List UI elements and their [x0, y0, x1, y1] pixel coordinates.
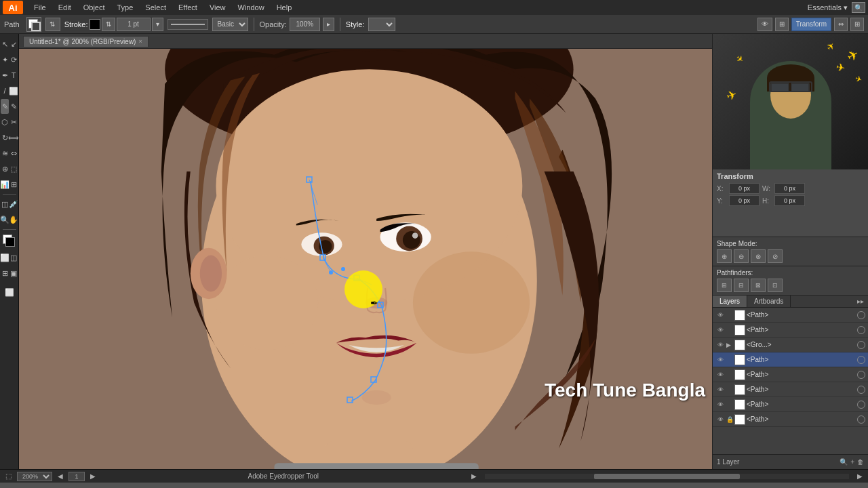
mesh-btn[interactable]: ⊞: [9, 177, 18, 192]
change-screen-btn[interactable]: ⬜: [1, 285, 18, 300]
outline-view-btn[interactable]: ◫: [9, 250, 18, 265]
menu-edit[interactable]: Edit: [53, 2, 77, 13]
hand-btn[interactable]: ✋: [9, 212, 18, 227]
paintbrush-btn[interactable]: ✎: [1, 99, 9, 114]
layers-tab-more-btn[interactable]: ▸▸: [853, 296, 868, 307]
magic-wand-btn[interactable]: ✦: [1, 52, 9, 67]
layer-target-circle[interactable]: [857, 371, 865, 379]
pathfinder-3-btn[interactable]: ⊠: [751, 279, 766, 292]
scroll-end-btn[interactable]: ▶: [857, 472, 863, 480]
search-icon-btn[interactable]: 🔍: [852, 2, 865, 13]
layer-item-locked[interactable]: 👁 🔒 <Path>: [713, 412, 868, 427]
width-btn[interactable]: ⇔: [9, 146, 18, 161]
layer-target-circle[interactable]: [857, 326, 865, 334]
eye-icon[interactable]: 👁: [715, 310, 725, 320]
h-input[interactable]: [774, 195, 805, 206]
nav-next-btn[interactable]: ▶: [90, 472, 96, 480]
layer-item[interactable]: 👁 <Path>: [713, 308, 868, 323]
type-btn[interactable]: T: [9, 68, 18, 83]
shape-unite-btn[interactable]: ⊕: [717, 249, 732, 263]
blob-brush-btn[interactable]: ✎: [9, 99, 18, 114]
layer-item[interactable]: 👁 <Path>: [713, 382, 868, 397]
line-btn[interactable]: /: [1, 83, 9, 98]
menu-type[interactable]: Type: [112, 2, 139, 13]
stroke-fill-btn[interactable]: [26, 17, 41, 32]
pathfinder-2-btn[interactable]: ⊟: [734, 279, 749, 292]
eye-icon[interactable]: 👁: [715, 370, 725, 380]
document-tab[interactable]: Untitled-1* @ 200% (RGB/Preview) ×: [23, 36, 149, 47]
x-input[interactable]: [729, 183, 760, 194]
scissors-btn[interactable]: ✂: [9, 115, 18, 129]
eye-icon-btn[interactable]: 👁: [757, 18, 772, 31]
align-btn[interactable]: ⇔: [834, 18, 848, 31]
pen-btn[interactable]: ✒: [1, 68, 9, 83]
eye-icon[interactable]: 👁: [715, 385, 725, 394]
layer-item[interactable]: 👁 <Path>: [713, 397, 868, 412]
stroke-arrows[interactable]: ⇅: [102, 18, 115, 31]
layers-tab-layers[interactable]: Layers: [713, 296, 747, 307]
select-tool-btn[interactable]: ↖: [1, 37, 9, 52]
zoom-btn[interactable]: 🔍: [1, 212, 9, 227]
transform-btn[interactable]: Transform: [791, 18, 831, 31]
shape-exclude-btn[interactable]: ⊘: [768, 249, 783, 263]
pathfinder-4-btn[interactable]: ⊡: [768, 279, 783, 292]
stroke-style-dropdown[interactable]: Basic: [212, 18, 248, 31]
layers-search-btn[interactable]: 🔍: [840, 458, 848, 466]
reflect-btn[interactable]: ⟺: [9, 130, 18, 145]
group-expand-icon[interactable]: ▶: [726, 342, 733, 348]
normal-view-btn[interactable]: ⬜: [1, 250, 9, 265]
opacity-input[interactable]: [290, 18, 320, 31]
menu-select[interactable]: Select: [140, 2, 172, 13]
stroke-options-btn[interactable]: ⇅: [45, 18, 60, 31]
eye-icon[interactable]: 👁: [715, 340, 725, 350]
more-options-btn[interactable]: ⊞: [850, 18, 864, 31]
w-input[interactable]: [774, 183, 805, 194]
menu-help[interactable]: Help: [271, 2, 298, 13]
layers-tab-artboards[interactable]: Artboards: [747, 296, 791, 307]
opacity-arrow-btn[interactable]: ▸: [323, 18, 334, 31]
art-mode-btn[interactable]: ▣: [9, 266, 18, 281]
live-paint-btn[interactable]: ⬚: [9, 161, 18, 176]
layer-item[interactable]: 👁 <Path>: [713, 323, 868, 338]
nav-prev-btn[interactable]: ◀: [58, 472, 63, 480]
layer-item-selected[interactable]: 👁 <Path>: [713, 352, 868, 367]
direct-select-btn[interactable]: ↙: [9, 37, 18, 52]
pathfinder-1-btn[interactable]: ⊞: [717, 279, 732, 292]
eye-icon[interactable]: 👁: [715, 400, 725, 409]
lasso-btn[interactable]: ⟳: [9, 52, 18, 67]
menu-object[interactable]: Object: [78, 2, 111, 13]
shape-intersect-btn[interactable]: ⊗: [751, 249, 766, 263]
layer-item[interactable]: 👁 ▶ <Gro...>: [713, 338, 868, 352]
shape-builder-btn[interactable]: ⊕: [1, 161, 9, 176]
canvas-play-btn[interactable]: ▶: [471, 472, 477, 480]
menu-effect[interactable]: Effect: [173, 2, 203, 13]
zoom-dropdown[interactable]: 200% 100% 50%: [17, 472, 52, 481]
tab-close-btn[interactable]: ×: [138, 38, 142, 45]
layer-target-circle[interactable]: [857, 311, 865, 319]
eraser-btn[interactable]: ⬡: [1, 115, 9, 129]
layers-add-btn[interactable]: +: [850, 458, 854, 466]
artwork-canvas[interactable]: ✒ Tech Tune Bangla: [19, 49, 712, 469]
menu-window[interactable]: Window: [233, 2, 270, 13]
stroke-dropdown-btn[interactable]: ▾: [152, 18, 163, 31]
arrange-btn[interactable]: ⊞: [775, 18, 789, 31]
y-input[interactable]: [729, 195, 760, 206]
layer-target-circle[interactable]: [857, 401, 865, 409]
color-swatches[interactable]: [1, 233, 18, 248]
layer-item[interactable]: 👁 <Path>: [713, 367, 868, 382]
layer-target-circle[interactable]: [857, 415, 865, 424]
layer-target-circle[interactable]: [857, 356, 865, 364]
stroke-weight-input[interactable]: [117, 18, 151, 31]
eye-icon[interactable]: 👁: [715, 355, 725, 365]
layer-target-circle[interactable]: [857, 386, 865, 394]
essentials-dropdown[interactable]: Essentials ▾: [808, 3, 848, 12]
h-scrollbar[interactable]: [485, 474, 850, 479]
page-input[interactable]: [68, 472, 85, 481]
graph-btn[interactable]: 📊: [1, 177, 9, 192]
rect-btn[interactable]: ⬜: [9, 83, 18, 98]
eye-icon[interactable]: 👁: [715, 415, 725, 424]
style-dropdown[interactable]: [368, 18, 395, 31]
eye-icon[interactable]: 👁: [715, 325, 725, 335]
gradient-btn[interactable]: ◫: [1, 197, 9, 211]
menu-file[interactable]: File: [28, 2, 52, 13]
